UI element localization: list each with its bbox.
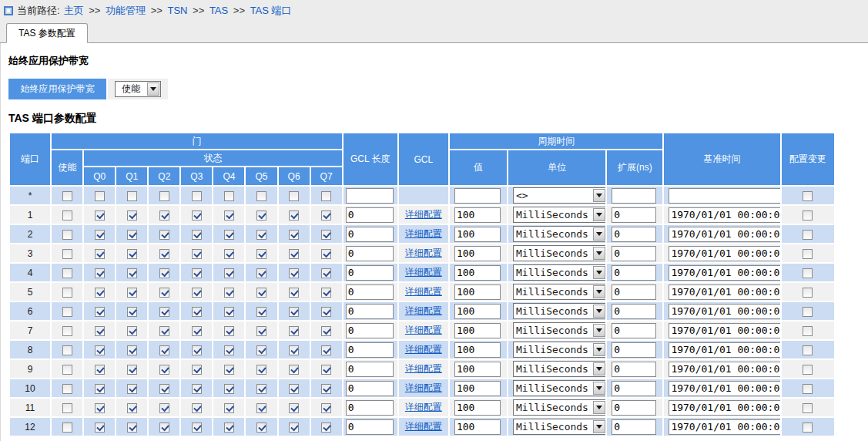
q7-checkbox[interactable] bbox=[321, 422, 331, 433]
enable-checkbox[interactable] bbox=[62, 288, 72, 298]
q7-checkbox[interactable] bbox=[321, 384, 331, 394]
q0-checkbox[interactable] bbox=[95, 210, 105, 220]
dropdown-arrow-icon[interactable] bbox=[593, 324, 605, 337]
gcl-length-input[interactable] bbox=[346, 207, 394, 223]
gcl-detail-link[interactable]: 详细配置 bbox=[405, 228, 442, 239]
base-time-input[interactable] bbox=[669, 362, 779, 377]
q0-checkbox[interactable] bbox=[95, 268, 105, 278]
cycle-value-input[interactable] bbox=[454, 342, 501, 358]
gcl-length-input[interactable] bbox=[346, 188, 394, 204]
base-time-input[interactable] bbox=[669, 342, 779, 358]
base-time-input[interactable] bbox=[669, 304, 779, 319]
extension-input[interactable] bbox=[612, 227, 656, 242]
q5-checkbox[interactable] bbox=[256, 249, 266, 259]
q4-checkbox[interactable] bbox=[224, 230, 234, 240]
q7-checkbox[interactable] bbox=[321, 307, 331, 317]
q1-checkbox[interactable] bbox=[127, 249, 137, 259]
breadcrumb-link-2[interactable]: TSN bbox=[167, 5, 187, 16]
gcl-length-input[interactable] bbox=[346, 381, 394, 396]
gcl-length-input[interactable] bbox=[346, 323, 394, 338]
dropdown-arrow-icon[interactable] bbox=[593, 285, 605, 298]
q2-checkbox[interactable] bbox=[159, 403, 169, 413]
q2-checkbox[interactable] bbox=[159, 249, 169, 259]
q3-checkbox[interactable] bbox=[192, 345, 202, 355]
config-change-checkbox[interactable] bbox=[803, 210, 813, 220]
gcl-detail-link[interactable]: 详细配置 bbox=[405, 325, 442, 335]
q7-checkbox[interactable] bbox=[321, 249, 331, 259]
q2-checkbox[interactable] bbox=[159, 365, 169, 375]
config-change-checkbox[interactable] bbox=[803, 249, 813, 259]
q5-checkbox[interactable] bbox=[256, 288, 266, 298]
unit-select[interactable]: MilliSeconds bbox=[513, 380, 605, 396]
q0-checkbox[interactable] bbox=[95, 307, 105, 317]
gcl-length-input[interactable] bbox=[346, 265, 394, 281]
cycle-value-input[interactable] bbox=[454, 381, 501, 396]
dropdown-arrow-icon[interactable] bbox=[593, 208, 605, 221]
q4-checkbox[interactable] bbox=[224, 249, 234, 259]
q6-checkbox[interactable] bbox=[289, 210, 299, 220]
q1-checkbox[interactable] bbox=[127, 307, 137, 317]
q6-checkbox[interactable] bbox=[289, 191, 299, 201]
dropdown-arrow-icon[interactable] bbox=[593, 362, 605, 375]
q1-checkbox[interactable] bbox=[127, 288, 137, 298]
q4-checkbox[interactable] bbox=[224, 307, 234, 317]
dropdown-arrow-icon[interactable] bbox=[593, 247, 605, 260]
q6-checkbox[interactable] bbox=[289, 365, 299, 375]
q5-checkbox[interactable] bbox=[256, 365, 266, 375]
q0-checkbox[interactable] bbox=[95, 403, 105, 413]
q6-checkbox[interactable] bbox=[289, 230, 299, 240]
q0-checkbox[interactable] bbox=[95, 249, 105, 259]
cycle-value-input[interactable] bbox=[454, 246, 501, 261]
dropdown-arrow-icon[interactable] bbox=[593, 305, 605, 318]
q6-checkbox[interactable] bbox=[289, 307, 299, 317]
q6-checkbox[interactable] bbox=[289, 268, 299, 278]
cycle-value-input[interactable] bbox=[454, 227, 501, 242]
q4-checkbox[interactable] bbox=[224, 384, 234, 394]
cycle-value-input[interactable] bbox=[454, 323, 501, 338]
gcl-detail-link[interactable]: 详细配置 bbox=[405, 305, 442, 316]
base-time-input[interactable] bbox=[669, 323, 779, 338]
enable-checkbox[interactable] bbox=[62, 422, 72, 433]
q5-checkbox[interactable] bbox=[256, 422, 266, 433]
config-change-checkbox[interactable] bbox=[803, 268, 813, 278]
enable-checkbox[interactable] bbox=[62, 326, 72, 336]
gcl-length-input[interactable] bbox=[346, 362, 394, 377]
q0-checkbox[interactable] bbox=[95, 191, 105, 201]
extension-input[interactable] bbox=[612, 284, 656, 300]
q5-checkbox[interactable] bbox=[256, 230, 266, 240]
extension-input[interactable] bbox=[612, 342, 656, 358]
gcl-detail-link[interactable]: 详细配置 bbox=[405, 286, 442, 297]
cycle-value-input[interactable] bbox=[454, 284, 501, 300]
q4-checkbox[interactable] bbox=[224, 210, 234, 220]
q4-checkbox[interactable] bbox=[224, 365, 234, 375]
q1-checkbox[interactable] bbox=[127, 210, 137, 220]
enable-checkbox[interactable] bbox=[62, 384, 72, 394]
unit-select[interactable]: MilliSeconds bbox=[513, 322, 605, 338]
q2-checkbox[interactable] bbox=[159, 384, 169, 394]
enable-checkbox[interactable] bbox=[62, 345, 72, 355]
config-change-checkbox[interactable] bbox=[803, 191, 813, 201]
q3-checkbox[interactable] bbox=[192, 230, 202, 240]
breadcrumb-link-3[interactable]: TAS bbox=[209, 5, 228, 16]
base-time-input[interactable] bbox=[669, 419, 779, 435]
q2-checkbox[interactable] bbox=[159, 191, 169, 201]
unit-select[interactable]: MilliSeconds bbox=[513, 284, 605, 300]
dropdown-arrow-icon[interactable] bbox=[593, 189, 605, 202]
q0-checkbox[interactable] bbox=[95, 230, 105, 240]
q3-checkbox[interactable] bbox=[192, 365, 202, 375]
extension-input[interactable] bbox=[612, 207, 656, 223]
enable-checkbox[interactable] bbox=[62, 403, 72, 413]
q6-checkbox[interactable] bbox=[289, 249, 299, 259]
gcl-length-input[interactable] bbox=[346, 400, 394, 416]
enable-checkbox[interactable] bbox=[62, 365, 72, 375]
unit-select[interactable]: MilliSeconds bbox=[513, 207, 605, 223]
q1-checkbox[interactable] bbox=[127, 191, 137, 201]
enable-checkbox[interactable] bbox=[62, 191, 72, 201]
unit-select[interactable]: <> bbox=[513, 187, 605, 204]
q3-checkbox[interactable] bbox=[192, 288, 202, 298]
gcl-length-input[interactable] bbox=[346, 227, 394, 242]
q5-checkbox[interactable] bbox=[256, 307, 266, 317]
base-time-input[interactable] bbox=[669, 227, 779, 242]
q3-checkbox[interactable] bbox=[192, 249, 202, 259]
q6-checkbox[interactable] bbox=[289, 288, 299, 298]
